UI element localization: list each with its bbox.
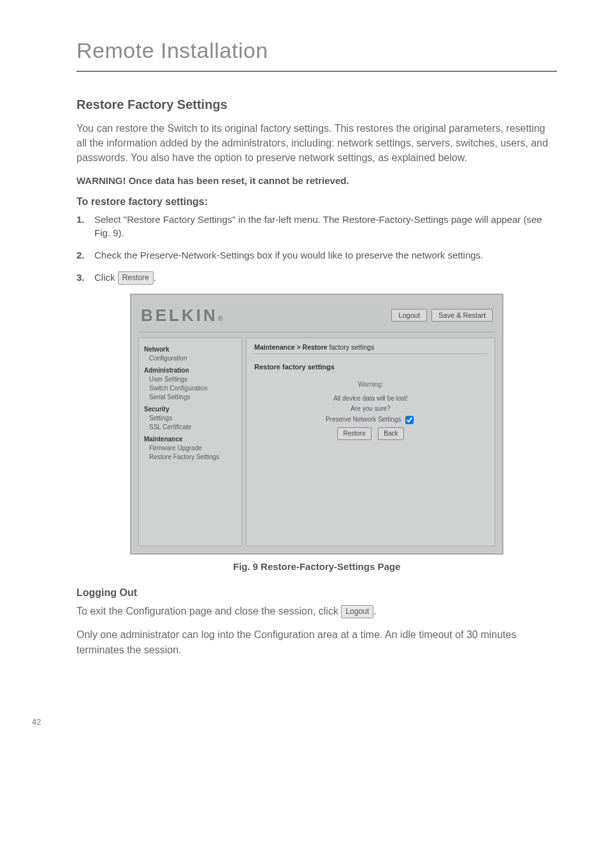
sidebar-item-firmware[interactable]: Firmware Upgrade	[149, 444, 236, 453]
breadcrumb: Maintenance > Restore factory settings	[254, 343, 487, 354]
sidebar-item-user-settings[interactable]: User Settings	[149, 375, 236, 384]
sidebar: Network Configuration Administration Use…	[138, 338, 242, 546]
step-number: 3.	[76, 271, 94, 285]
back-button[interactable]: Back	[378, 427, 403, 440]
section-heading: Restore Factory Settings	[76, 97, 557, 112]
sidebar-item-security-settings[interactable]: Settings	[149, 414, 236, 423]
logging-out-line2: Only one administrator can log into the …	[76, 627, 557, 657]
warning-msg-1: All device data will be lost!	[254, 394, 487, 404]
sidebar-group-security: Security	[144, 406, 236, 413]
warning-label: Warning:	[254, 380, 487, 390]
warning-msg-2: Are you sure?	[254, 404, 487, 414]
panel-title: Restore factory settings	[254, 363, 487, 371]
main-panel: Maintenance > Restore factory settings R…	[246, 338, 495, 546]
brand-logo: BELKIN®	[141, 306, 226, 325]
sidebar-group-maintenance: Maintenance	[144, 436, 236, 443]
step-3: 3. Click Restore.	[76, 271, 557, 285]
sidebar-item-ssl-cert[interactable]: SSL Certificate	[149, 423, 236, 432]
restore-button[interactable]: Restore	[337, 427, 371, 440]
logout-button[interactable]: Logout	[391, 309, 427, 322]
sidebar-group-network: Network	[144, 346, 236, 353]
step-body: Check the Preserve-Network-Settings box …	[94, 248, 557, 262]
page-number: 42	[32, 717, 41, 727]
sidebar-item-switch-config[interactable]: Switch Configuration	[149, 384, 236, 393]
figure-caption: Fig. 9 Restore-Factory-Settings Page	[76, 561, 557, 572]
warning-text: WARNING! Once data has been reset, it ca…	[76, 175, 557, 186]
step3-suffix: .	[154, 272, 156, 283]
save-restart-button[interactable]: Save & Restart	[431, 309, 493, 322]
preserve-network-checkbox[interactable]	[405, 416, 414, 424]
step3-prefix: Click	[94, 272, 118, 283]
sidebar-item-restore-factory[interactable]: Restore Factory Settings	[149, 453, 236, 462]
preserve-network-label: Preserve Network Settings	[326, 416, 401, 423]
step-number: 2.	[76, 248, 94, 262]
logging-out-line1: To exit the Configuration page and close…	[76, 604, 557, 618]
app-screenshot: BELKIN® Logout Save & Restart Network Co…	[130, 294, 503, 555]
step-1: 1. Select "Restore Factory Settings" in …	[76, 213, 557, 239]
logout-inline-button: Logout	[341, 605, 373, 618]
sidebar-group-administration: Administration	[144, 367, 236, 374]
sidebar-item-configuration[interactable]: Configuration	[149, 354, 236, 363]
logging-out-heading: Logging Out	[76, 587, 557, 599]
intro-text: You can restore the Switch to its origin…	[76, 121, 557, 166]
page-title: Remote Installation	[76, 38, 557, 72]
step-2: 2. Check the Preserve-Network-Settings b…	[76, 248, 557, 262]
step-number: 1.	[76, 213, 94, 239]
restore-button-inline: Restore	[118, 271, 154, 285]
step-body: Select "Restore Factory Settings" in the…	[94, 213, 557, 239]
step-body: Click Restore.	[94, 271, 557, 285]
subhead: To restore factory settings:	[76, 196, 557, 208]
sidebar-item-serial-settings[interactable]: Serial Settings	[149, 393, 236, 402]
